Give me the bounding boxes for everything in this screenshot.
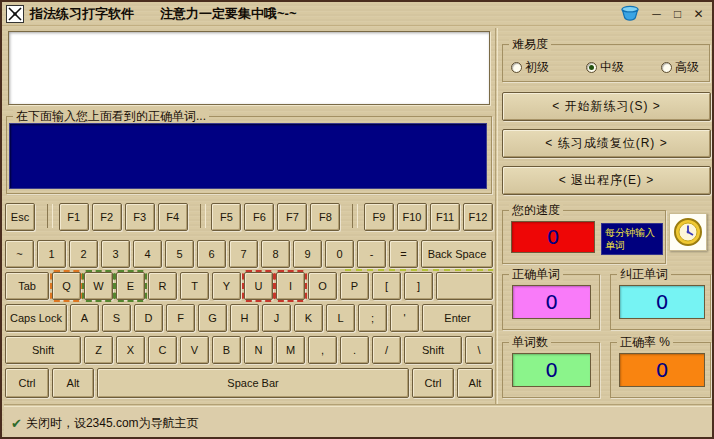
reset-score-button[interactable]: < 练习成绩复位(R) > [502, 129, 711, 158]
key-c[interactable]: C [148, 336, 177, 364]
key-f8[interactable]: F8 [310, 203, 340, 231]
radio-advanced[interactable]: 高级 [661, 59, 699, 76]
key-4[interactable]: 4 [133, 240, 162, 268]
key-2[interactable]: 2 [69, 240, 98, 268]
key-bracket-right[interactable]: ] [404, 272, 433, 300]
key-5[interactable]: 5 [165, 240, 194, 268]
key-tab[interactable]: Tab [5, 272, 49, 300]
key-k[interactable]: K [294, 304, 323, 332]
maximize-button[interactable]: □ [670, 6, 685, 22]
key-o[interactable]: O [308, 272, 337, 300]
key-r[interactable]: R [148, 272, 177, 300]
key-8[interactable]: 8 [261, 240, 290, 268]
key-e[interactable]: E [116, 272, 145, 300]
key-bracket-left[interactable]: [ [372, 272, 401, 300]
key-backspace[interactable]: Back Space [421, 240, 493, 268]
accuracy-group: 正确率 % 0 [610, 342, 711, 398]
key-9[interactable]: 9 [293, 240, 322, 268]
key-n[interactable]: N [244, 336, 273, 364]
key-shift-right[interactable]: Shift [404, 336, 462, 364]
typing-input-area[interactable] [9, 123, 487, 189]
skin-icon-button[interactable] [617, 4, 643, 24]
key-f12[interactable]: F12 [463, 203, 493, 231]
key-3[interactable]: 3 [101, 240, 130, 268]
key-esc[interactable]: Esc [5, 203, 35, 231]
close-button[interactable]: ✕ [691, 6, 706, 22]
key-f[interactable]: F [166, 304, 195, 332]
key-f10[interactable]: F10 [397, 203, 427, 231]
key-7[interactable]: 7 [229, 240, 258, 268]
key-f2[interactable]: F2 [92, 203, 122, 231]
key-blank[interactable] [436, 272, 493, 300]
key-l[interactable]: L [326, 304, 355, 332]
keyboard-group-gap [191, 203, 209, 231]
key-f4[interactable]: F4 [158, 203, 188, 231]
key-t[interactable]: T [180, 272, 209, 300]
key-equals[interactable]: = [389, 240, 418, 268]
key-alt-right[interactable]: Alt [457, 368, 493, 398]
key-z[interactable]: Z [84, 336, 113, 364]
key-y[interactable]: Y [212, 272, 241, 300]
key-f7[interactable]: F7 [277, 203, 307, 231]
key-f1[interactable]: F1 [59, 203, 89, 231]
corrected-words-value: 0 [619, 285, 705, 319]
key-slash[interactable]: / [372, 336, 401, 364]
key-h[interactable]: H [230, 304, 259, 332]
finger-guide-line [345, 269, 493, 271]
key-j[interactable]: J [262, 304, 291, 332]
clock-button[interactable] [669, 213, 707, 251]
key-semicolon[interactable]: ; [358, 304, 387, 332]
checkbox-checked-icon[interactable]: ✔ [11, 416, 22, 431]
key-period[interactable]: . [340, 336, 369, 364]
exit-program-button[interactable]: < 退出程序(E) > [502, 166, 711, 195]
key-x[interactable]: X [116, 336, 145, 364]
minimize-button[interactable]: ─ [649, 6, 664, 22]
radio-circle-icon [511, 62, 522, 73]
key-apostrophe[interactable]: ' [390, 304, 419, 332]
key-s[interactable]: S [102, 304, 131, 332]
key-f9[interactable]: F9 [364, 203, 394, 231]
key-m[interactable]: M [276, 336, 305, 364]
key-caps-lock[interactable]: Caps Lock [5, 304, 67, 332]
key-p[interactable]: P [340, 272, 369, 300]
key-ctrl-left[interactable]: Ctrl [5, 368, 49, 398]
key-shift-left[interactable]: Shift [5, 336, 81, 364]
correct-words-label: 正确单词 [509, 267, 563, 281]
accuracy-value: 0 [619, 353, 705, 387]
key-ctrl-right[interactable]: Ctrl [412, 368, 454, 398]
word-display-box [8, 31, 490, 105]
key-f11[interactable]: F11 [430, 203, 460, 231]
key-enter[interactable]: Enter [422, 304, 493, 332]
key-0[interactable]: 0 [325, 240, 354, 268]
key-minus[interactable]: - [357, 240, 386, 268]
corrected-words-group: 纠正单词 0 [610, 274, 711, 330]
radio-intermediate[interactable]: 中级 [586, 59, 624, 76]
key-i[interactable]: I [276, 272, 305, 300]
key-a[interactable]: A [70, 304, 99, 332]
key-q[interactable]: Q [52, 272, 81, 300]
speed-value: 0 [511, 221, 595, 253]
key-g[interactable]: G [198, 304, 227, 332]
key-b[interactable]: B [212, 336, 241, 364]
speed-unit-label: 每分钟输入单词 [601, 223, 663, 255]
key-space[interactable]: Space Bar [97, 368, 409, 398]
key-6[interactable]: 6 [197, 240, 226, 268]
key-d[interactable]: D [134, 304, 163, 332]
radio-beginner[interactable]: 初级 [511, 59, 549, 76]
keyboard-group-gap [343, 203, 361, 231]
title-bar: 指法练习打字软件 注意力一定要集中哦~-~ ─ □ ✕ [2, 2, 712, 26]
key-f5[interactable]: F5 [211, 203, 241, 231]
key-f3[interactable]: F3 [125, 203, 155, 231]
key-v[interactable]: V [180, 336, 209, 364]
key-alt-left[interactable]: Alt [52, 368, 94, 398]
key-comma[interactable]: , [308, 336, 337, 364]
app-window: 指法练习打字软件 注意力一定要集中哦~-~ ─ □ ✕ 在下面输入您上面看到的正… [0, 0, 714, 439]
key-f6[interactable]: F6 [244, 203, 274, 231]
start-practice-button[interactable]: < 开始新练习(S) > [502, 92, 711, 121]
key-1[interactable]: 1 [37, 240, 66, 268]
typing-input-group: 在下面输入您上面看到的正确单词... [6, 116, 492, 194]
key-w[interactable]: W [84, 272, 113, 300]
key-tilde[interactable]: ~ [5, 240, 34, 268]
key-u[interactable]: U [244, 272, 273, 300]
key-backslash[interactable]: \ [465, 336, 493, 364]
